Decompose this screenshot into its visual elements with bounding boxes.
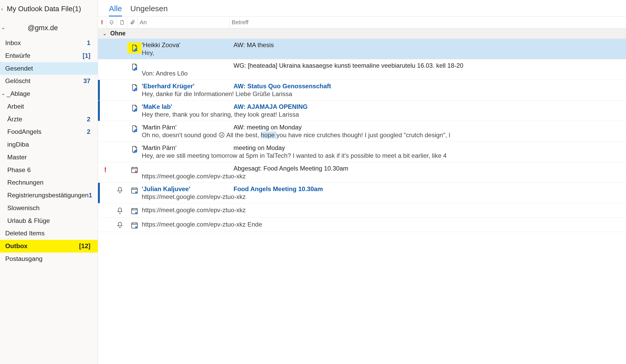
- message-row[interactable]: 'Martin Pärn' meeting on Moday Hey, are …: [98, 142, 626, 162]
- msg-importance: [98, 124, 113, 139]
- msg-type-icon: [127, 165, 142, 180]
- column-headers: ! An Betreff: [98, 16, 626, 28]
- message-row[interactable]: 'MaKe lab' AW: AJAMAJA OPENING Hey there…: [98, 101, 626, 121]
- account-label: @gmx.de: [7, 23, 94, 33]
- folder-entwürfe[interactable]: Entwürfe[1]: [0, 49, 98, 62]
- chevron-down-icon: ⌄: [103, 31, 107, 36]
- col-attachment[interactable]: [127, 17, 138, 28]
- folder-gelöscht[interactable]: Gelöscht37: [0, 75, 98, 87]
- tab-unread[interactable]: Ungelesen: [130, 4, 168, 16]
- msg-preview: Oh no, doesn't sound good ☹ All the best…: [142, 131, 626, 139]
- account-header[interactable]: ⌄ @gmx.de: [0, 21, 98, 35]
- subfolder-master[interactable]: Master: [0, 151, 98, 164]
- msg-reminder: [113, 206, 127, 215]
- folder-label: Phase 6: [7, 165, 94, 175]
- folder-count: 1: [87, 38, 94, 48]
- msg-subject: AW: AJAMAJA OPENING: [234, 103, 626, 110]
- message-row[interactable]: ! Abgesagt: Food Angels Meeting 10.30am …: [98, 162, 626, 183]
- chevron-down-icon: ⌄: [1, 23, 6, 31]
- folder-count: 2: [87, 127, 94, 137]
- msg-reminder: [113, 165, 127, 180]
- outbox-label: Outbox: [5, 241, 79, 251]
- msg-preview: Hey,: [142, 49, 626, 57]
- msg-preview: Hey, are we still meeting tomorrow at 5p…: [142, 152, 626, 159]
- folder-count: [1]: [83, 51, 94, 61]
- message-row[interactable]: 'Julian Kaljuvee' Food Angels Meeting 10…: [98, 183, 626, 203]
- msg-reminder: [113, 83, 127, 98]
- group-header[interactable]: ⌄ Ohne: [98, 28, 626, 39]
- msg-type-icon: [127, 103, 142, 118]
- folder-label: Gelöscht: [5, 76, 83, 86]
- message-row[interactable]: https://meet.google.com/epv-ztuo-xkz: [98, 203, 626, 218]
- subfolder-slowenisch[interactable]: Slowenisch: [0, 202, 98, 215]
- col-icon[interactable]: [117, 17, 127, 28]
- msg-subject: AW: meeting on Monday: [234, 124, 626, 131]
- page-icon: [119, 20, 125, 25]
- ablage-folder[interactable]: ⌄ _Ablage: [0, 87, 98, 100]
- folder-label: Ärzte: [7, 115, 87, 124]
- group-label: Ohne: [110, 30, 126, 37]
- msg-subject: AW: MA thesis: [234, 41, 626, 49]
- col-subject[interactable]: Betreff: [230, 17, 626, 28]
- folder-pane: › My Outlook Data File(1) ⌄ @gmx.de Inbo…: [0, 0, 98, 364]
- subfolder-phase-6[interactable]: Phase 6: [0, 164, 98, 177]
- folder-count: 37: [83, 76, 94, 86]
- msg-importance: [98, 144, 113, 159]
- paperclip-icon: [130, 20, 135, 25]
- msg-importance: !: [98, 165, 113, 180]
- subfolder-ingdiba[interactable]: ingDiba: [0, 138, 98, 151]
- subfolder-foodangels[interactable]: FoodAngels2: [0, 125, 98, 138]
- msg-to: 'MaKe lab': [142, 103, 234, 110]
- col-reminder[interactable]: [106, 17, 117, 28]
- message-row[interactable]: 'Eberhard Krüger' AW: Status Quo Genosse…: [98, 80, 626, 101]
- msg-importance: [98, 206, 113, 215]
- msg-to: 'Heikki Zoova': [142, 41, 234, 49]
- subfolder--rzte[interactable]: Ärzte2: [0, 113, 98, 126]
- folder-gesendet[interactable]: Gesendet: [0, 62, 98, 75]
- msg-importance: [98, 220, 113, 229]
- msg-importance: [98, 83, 113, 98]
- subfolder-registrierungsbest-tigungen[interactable]: Registrierungsbestätigungen1: [0, 189, 98, 202]
- folder-label: Registrierungsbestätigungen: [7, 191, 89, 200]
- deleted-items-folder[interactable]: Deleted Items: [0, 227, 98, 240]
- msg-type-icon: [127, 83, 142, 98]
- msg-subject: AW: Status Quo Genossenschaft: [234, 83, 626, 90]
- msg-reminder: [113, 62, 127, 77]
- deleted-items-label: Deleted Items: [5, 229, 94, 238]
- folder-inbox[interactable]: Inbox1: [0, 37, 98, 49]
- folder-count: 1: [89, 191, 96, 200]
- postausgang-folder[interactable]: Postausgang: [0, 253, 98, 265]
- msg-to: [142, 165, 234, 172]
- msg-to: [142, 62, 234, 69]
- subfolder-urlaub-fl-ge[interactable]: Urlaub & Flüge: [0, 215, 98, 227]
- folder-label: Gesendet: [5, 64, 94, 73]
- chevron-right-icon: ›: [1, 5, 6, 13]
- outbox-folder[interactable]: Outbox [12]: [0, 240, 98, 253]
- subfolder-rechnungen[interactable]: Rechnungen: [0, 176, 98, 189]
- message-row[interactable]: https://meet.google.com/epv-ztuo-xkz End…: [98, 218, 626, 232]
- tab-all[interactable]: Alle: [109, 4, 122, 16]
- message-row[interactable]: 'Martin Pärn' AW: meeting on Monday Oh n…: [98, 121, 626, 142]
- subfolder-arbeit[interactable]: Arbeit: [0, 100, 98, 113]
- msg-to: 'Julian Kaljuvee': [142, 185, 234, 193]
- msg-reminder: [113, 124, 127, 139]
- msg-subject: Abgesagt: Food Angels Meeting 10.30am: [234, 165, 626, 172]
- message-row[interactable]: WG: [heateada] Ukraina kaasaegse kunsti …: [98, 59, 626, 80]
- outbox-count: [12]: [79, 241, 94, 251]
- data-file-header[interactable]: › My Outlook Data File(1): [0, 2, 98, 16]
- folder-label: FoodAngels: [7, 127, 87, 137]
- msg-type-icon: [127, 144, 142, 159]
- msg-to: 'Martin Pärn': [142, 124, 234, 131]
- col-importance[interactable]: !: [98, 17, 106, 28]
- message-row[interactable]: 'Heikki Zoova' AW: MA thesis Hey,: [98, 39, 626, 59]
- msg-preview: Hey there, thank you for sharing, they l…: [142, 111, 626, 118]
- folder-label: Slowenisch: [7, 203, 94, 213]
- folder-count: 2: [87, 115, 94, 124]
- folder-label: Rechnungen: [7, 178, 94, 187]
- msg-preview: Hey, danke für die Informationen! Liebe …: [142, 90, 626, 98]
- folder-label: Inbox: [5, 38, 87, 48]
- bell-icon: [109, 20, 114, 25]
- col-to[interactable]: An: [138, 17, 230, 28]
- ablage-label: _Ablage: [7, 89, 94, 99]
- msg-preview: https://meet.google.com/epv-ztuo-xkz: [142, 193, 626, 200]
